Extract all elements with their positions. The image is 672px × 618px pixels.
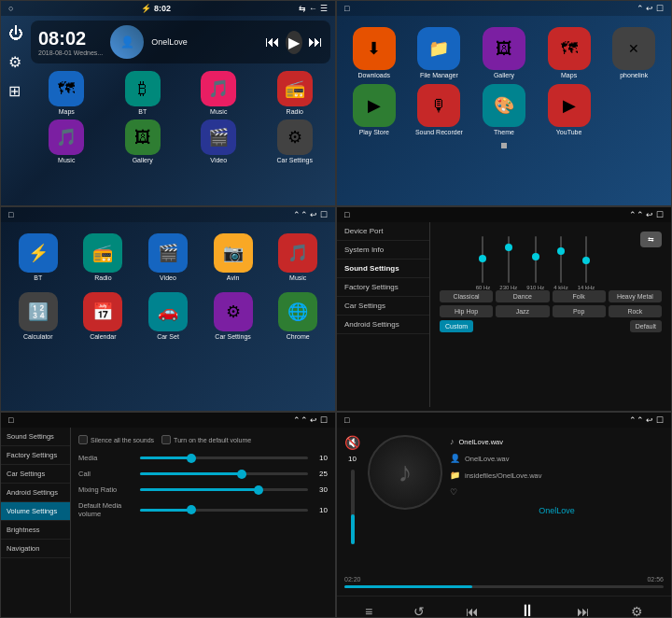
menu-car-settings[interactable]: Car Settings bbox=[337, 297, 429, 316]
track-item-2[interactable]: 👤 OnelLove.wav bbox=[450, 452, 664, 465]
app-calculator[interactable]: 🔢 Calculator bbox=[8, 292, 68, 340]
menu-sound-settings[interactable]: Sound Settings bbox=[337, 260, 429, 278]
default-media-knob[interactable] bbox=[187, 505, 196, 514]
app-video[interactable]: 🎬 Video bbox=[183, 119, 255, 163]
play-pause-btn[interactable]: ⏸ bbox=[519, 601, 536, 618]
app-radio2[interactable]: 📻 Radio bbox=[74, 233, 133, 281]
app-car-settings[interactable]: ⚙ Car Settings bbox=[259, 119, 331, 163]
track-item-3[interactable]: 📁 insidefiles/OnelLove.wav bbox=[450, 469, 664, 482]
eq-band-230hz[interactable]: 230 Hz bbox=[499, 236, 517, 290]
app-music2[interactable]: 🎵 Music bbox=[31, 119, 103, 163]
apps-sidebar-icon[interactable]: ⊞ bbox=[8, 82, 23, 100]
next-btn[interactable]: ⏭ bbox=[308, 34, 323, 50]
app-maps[interactable]: 🗺 Maps bbox=[31, 71, 103, 115]
status-bar-3: □ ⌃⌃ ↩ ☐ bbox=[1, 207, 335, 222]
eq-btn[interactable]: ⚙ bbox=[631, 604, 643, 619]
back-icon: ← bbox=[309, 4, 317, 13]
prev-track-btn[interactable]: ⏮ bbox=[466, 604, 479, 619]
playlist-btn[interactable]: ≡ bbox=[365, 604, 372, 619]
apps-grid-2-row1: ⚡ BT 📻 Radio 🎬 Video 📷 Avin 🎵 Music bbox=[1, 222, 335, 287]
app-sound-recorder[interactable]: 🎙 Sound Recorder bbox=[410, 84, 469, 135]
preset-rock[interactable]: Rock bbox=[609, 305, 662, 317]
volume-vertical-bar[interactable] bbox=[351, 470, 355, 544]
app-gallery2[interactable]: 🖼 Gallery bbox=[474, 27, 534, 78]
vol-menu-car[interactable]: Car Settings bbox=[1, 465, 70, 484]
default-button[interactable]: Default bbox=[630, 320, 662, 332]
apps-grid-home: 🗺 Maps ₿ BT 🎵 Music 📻 Radio 🎵 Musi bbox=[31, 71, 330, 163]
app-play-store[interactable]: ▶ Play Store bbox=[344, 84, 404, 135]
app-phonelink[interactable]: ✕ phonelink bbox=[604, 27, 664, 78]
custom-button[interactable]: Custom bbox=[440, 320, 473, 332]
calculator-icon: 🔢 bbox=[19, 292, 58, 331]
track-item-4[interactable]: ♡ bbox=[450, 485, 664, 499]
app-calendar[interactable]: 📅 Calendar bbox=[74, 292, 133, 340]
app-avin[interactable]: 📷 Avin bbox=[203, 233, 263, 281]
music-player-widget[interactable]: 08:02 2018-08-01 Wednes... 👤 OnelLove ⏮ … bbox=[31, 21, 330, 63]
preset-jazz[interactable]: Jazz bbox=[496, 305, 549, 317]
preset-pop[interactable]: Pop bbox=[553, 305, 606, 317]
menu-android-settings[interactable]: Android Settings bbox=[337, 316, 429, 334]
device-port-button[interactable]: ⇆ bbox=[636, 227, 666, 252]
media-knob[interactable] bbox=[187, 454, 196, 463]
vol-menu-sound[interactable]: Sound Settings bbox=[1, 428, 70, 446]
phonelink-icon: ✕ bbox=[612, 27, 655, 70]
app-video2[interactable]: 🎬 Video bbox=[138, 233, 198, 281]
media-slider[interactable] bbox=[140, 456, 308, 459]
power-icon: ○ bbox=[8, 4, 13, 13]
app-gallery[interactable]: 🖼 Gallery bbox=[107, 119, 179, 163]
play-btn[interactable]: ▶ bbox=[286, 31, 302, 54]
silence-checkbox[interactable] bbox=[78, 435, 88, 444]
vol-menu-factory[interactable]: Factory Settings bbox=[1, 446, 70, 465]
eq-band-4khz[interactable]: 4 kHz bbox=[553, 236, 567, 290]
preset-buttons-row2: Hip Hop Jazz Pop Rock bbox=[435, 305, 666, 317]
close6-icon: ☐ bbox=[656, 415, 664, 425]
next-track-btn[interactable]: ⏭ bbox=[577, 604, 590, 619]
menu-system-info[interactable]: System Info bbox=[337, 241, 429, 260]
menu-device-port[interactable]: Device Port bbox=[337, 222, 429, 241]
prev-btn[interactable]: ⏮ bbox=[265, 34, 280, 50]
vol-menu-brightness[interactable]: Brightness bbox=[1, 521, 70, 540]
app-car-set[interactable]: 🚗 Car Set bbox=[138, 292, 198, 340]
settings-sidebar-icon[interactable]: ⚙ bbox=[8, 53, 23, 71]
equalizer-area: ⇆ 60 Hz 230 Hz bbox=[430, 222, 671, 408]
app-file-manager[interactable]: 📁 File Manager bbox=[410, 27, 469, 78]
preset-heavy-metal[interactable]: Heavy Metal bbox=[609, 290, 662, 302]
preset-dance[interactable]: Dance bbox=[496, 290, 549, 302]
app-theme[interactable]: 🎨 Theme bbox=[474, 84, 534, 135]
eq-band-60hz[interactable]: 60 Hz bbox=[476, 236, 491, 290]
repeat-btn[interactable]: ↺ bbox=[413, 604, 425, 619]
vol-menu-android[interactable]: Android Settings bbox=[1, 484, 70, 502]
track-item-1[interactable]: ♪ OnelLove.wav bbox=[450, 435, 664, 448]
player-left-panel: 🔇 10 bbox=[344, 435, 360, 569]
call-slider[interactable] bbox=[140, 472, 308, 475]
app-bt2[interactable]: ⚡ BT bbox=[8, 233, 68, 281]
call-knob[interactable] bbox=[237, 470, 246, 479]
preset-hip-hop[interactable]: Hip Hop bbox=[440, 305, 493, 317]
mixing-knob[interactable] bbox=[254, 485, 263, 495]
app-maps2[interactable]: 🗺 Maps bbox=[539, 27, 599, 78]
eq-band-910hz[interactable]: 910 Hz bbox=[526, 236, 544, 290]
default-vol-option[interactable]: Turn on the default volume bbox=[161, 435, 251, 444]
menu-factory-settings[interactable]: Factory Settings bbox=[337, 278, 429, 297]
default-vol-checkbox[interactable] bbox=[161, 435, 171, 444]
preset-classical[interactable]: Classical bbox=[440, 290, 493, 302]
app-chrome[interactable]: 🌐 Chrome bbox=[268, 292, 328, 340]
progress-bar[interactable] bbox=[344, 585, 664, 588]
app-downloads[interactable]: ⬇ Downloads bbox=[344, 27, 404, 78]
eq-band-14khz[interactable]: 14 kHz bbox=[578, 236, 595, 290]
app-music[interactable]: 🎵 Music bbox=[183, 71, 255, 115]
mixing-slider[interactable] bbox=[140, 488, 308, 491]
silence-option[interactable]: Silence all the sounds bbox=[78, 435, 154, 444]
preset-folk[interactable]: Folk bbox=[553, 290, 606, 302]
app-youtube[interactable]: ▶ YouTube bbox=[539, 84, 599, 135]
vol-menu-navigation[interactable]: Navigation bbox=[1, 540, 70, 558]
apps-grid-2-row2: 🔢 Calculator 📅 Calendar 🚗 Car Set ⚙ Car … bbox=[1, 287, 335, 345]
app-car-settings2[interactable]: ⚙ Car Settings bbox=[203, 292, 263, 340]
default-media-slider[interactable] bbox=[140, 509, 308, 512]
vol-menu-volume[interactable]: Volume Settings bbox=[1, 502, 70, 521]
app-music3[interactable]: 🎵 Music bbox=[268, 233, 328, 281]
home-content: ⏻ ⚙ ⊞ 08:02 2018-08-01 Wednes... 👤 OnelL… bbox=[1, 16, 335, 168]
app-bt[interactable]: ₿ BT bbox=[107, 71, 179, 115]
power-sidebar-icon[interactable]: ⏻ bbox=[8, 25, 23, 42]
app-radio[interactable]: 📻 Radio bbox=[259, 71, 331, 115]
